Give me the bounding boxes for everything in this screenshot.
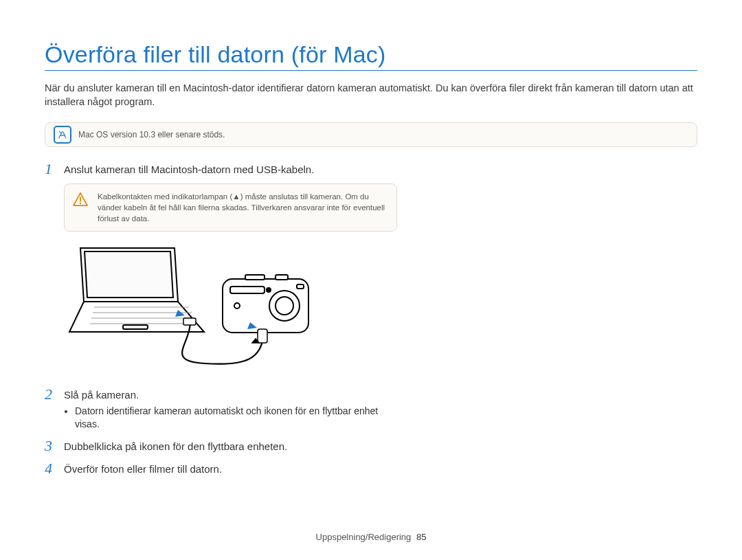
info-note-text: Mac OS version 10.3 eller senare stöds. xyxy=(78,130,225,139)
step-number: 2 xyxy=(45,385,52,403)
step-bullet-list: Datorn identifierar kameran automatiskt … xyxy=(64,405,397,431)
svg-point-1 xyxy=(80,202,81,203)
step-text: Anslut kameran till Macintosh-datorn med… xyxy=(64,162,397,177)
step-number: 4 xyxy=(45,460,52,478)
steps-container: 1 Anslut kameran till Macintosh-datorn m… xyxy=(45,162,397,476)
warning-box: Kabelkontakten med indikatorlampan (▲) m… xyxy=(64,183,397,232)
step-4: 4 Överför foton eller filmer till datorn… xyxy=(45,462,397,476)
intro-paragraph: När du ansluter kameran till en Macintos… xyxy=(45,81,697,109)
step-1: 1 Anslut kameran till Macintosh-datorn m… xyxy=(45,162,397,375)
svg-point-5 xyxy=(276,297,293,315)
svg-rect-8 xyxy=(297,284,304,289)
step-text: Överför foton eller filmer till datorn. xyxy=(64,462,397,476)
svg-point-7 xyxy=(267,288,271,292)
footer-page-number: 85 xyxy=(416,532,426,542)
page-footer: Uppspelning/Redigering 85 xyxy=(0,532,742,542)
step-text: Slå på kameran. xyxy=(64,388,397,402)
step-number: 1 xyxy=(45,160,52,178)
warning-text: Kabelkontakten med indikatorlampan (▲) m… xyxy=(98,192,385,223)
warning-icon xyxy=(73,192,88,206)
svg-rect-13 xyxy=(258,329,267,343)
connection-illustration xyxy=(68,241,315,375)
note-icon xyxy=(54,126,71,144)
manual-page: Överföra filer till datorn (för Mac) När… xyxy=(0,0,742,560)
svg-rect-2 xyxy=(123,325,148,329)
svg-rect-9 xyxy=(245,275,265,280)
bullet-item: Datorn identifierar kameran automatiskt … xyxy=(75,405,397,431)
page-title: Överföra filer till datorn (för Mac) xyxy=(45,41,697,71)
step-3: 3 Dubbelklicka på ikonen för den flyttba… xyxy=(45,439,397,453)
step-2: 2 Slå på kameran. Datorn identifierar ka… xyxy=(45,388,397,431)
svg-rect-6 xyxy=(230,287,265,293)
step-number: 3 xyxy=(45,437,52,455)
info-note-box: Mac OS version 10.3 eller senare stöds. xyxy=(45,122,697,147)
svg-rect-10 xyxy=(276,275,288,280)
svg-rect-12 xyxy=(183,318,196,325)
step-text: Dubbelklicka på ikonen för den flyttbara… xyxy=(64,439,397,453)
footer-section: Uppspelning/Redigering xyxy=(316,532,412,542)
svg-point-11 xyxy=(234,303,240,309)
